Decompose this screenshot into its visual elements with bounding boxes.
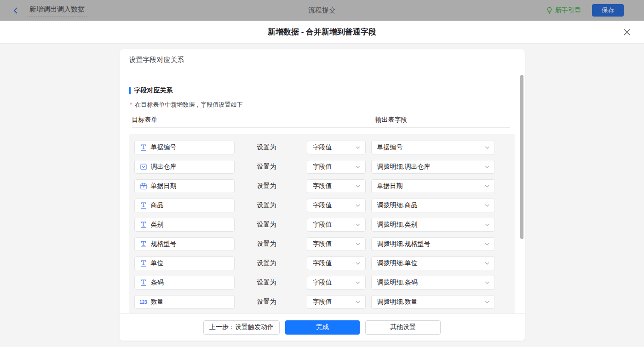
value-type-dropdown[interactable]: 字段值 xyxy=(307,179,366,193)
column-target-form: 目标表单 xyxy=(132,116,158,124)
close-button[interactable] xyxy=(621,27,632,38)
value-type-dropdown[interactable]: 字段值 xyxy=(307,237,366,251)
source-field-dropdown[interactable]: 调拨明细.规格型号 xyxy=(371,237,495,251)
text-field-icon xyxy=(139,240,148,248)
target-field-box: 7 单据日期 xyxy=(134,179,235,193)
source-field-dropdown[interactable]: 调拨明细.单位 xyxy=(371,256,495,270)
source-field-dropdown[interactable]: 单据日期 xyxy=(371,179,495,193)
back-arrow-icon xyxy=(12,7,19,14)
target-field-label: 条码 xyxy=(151,279,164,287)
mapping-row: 7 单据日期 设置为 字段值 单据日期 xyxy=(134,179,510,193)
flow-name[interactable]: 新增调出调入数据 xyxy=(27,4,87,17)
chevron-down-icon xyxy=(355,241,361,247)
done-button[interactable]: 完成 xyxy=(285,320,360,335)
chevron-down-icon xyxy=(484,145,490,150)
value-type-value: 字段值 xyxy=(313,163,355,171)
chevron-down-icon xyxy=(484,241,490,247)
value-type-value: 字段值 xyxy=(313,240,355,248)
back-button[interactable] xyxy=(12,7,19,14)
target-field-box: 条码 xyxy=(134,276,235,290)
source-field-value: 调拨明细.调出仓库 xyxy=(377,163,484,171)
previous-step-button[interactable]: 上一步：设置触发动作 xyxy=(203,320,280,335)
beginner-guide-link[interactable]: 新手引导 xyxy=(546,6,581,15)
panel-scroll-area[interactable]: 字段对应关系 *在目标表单中新增数据，字段值设置如下 目标表单 输出表字段 xyxy=(120,71,525,313)
chevron-down-icon xyxy=(484,164,490,170)
mapping-row: 123 数量 设置为 字段值 调拨明细.数量 xyxy=(134,295,510,309)
source-field-value: 调拨明细.单位 xyxy=(377,259,484,267)
close-icon xyxy=(623,28,631,36)
target-field-label: 单据编号 xyxy=(151,143,177,152)
target-field-box: 123 数量 xyxy=(134,295,235,309)
source-field-value: 调拨明细.规格型号 xyxy=(377,240,484,248)
chevron-down-icon xyxy=(355,164,361,170)
section-accent-bar xyxy=(129,87,131,94)
required-asterisk: * xyxy=(130,102,132,108)
text-field-icon xyxy=(139,260,148,267)
modal-title: 新增数据 - 合并新增到普通字段 xyxy=(268,27,376,37)
chevron-down-icon xyxy=(355,222,361,228)
value-type-value: 字段值 xyxy=(313,298,355,306)
set-to-label: 设置为 xyxy=(257,259,307,267)
other-settings-button[interactable]: 其他设置 xyxy=(365,320,441,335)
chevron-down-icon xyxy=(484,183,490,189)
target-field-label: 商品 xyxy=(151,201,164,210)
value-type-value: 字段值 xyxy=(313,182,355,190)
section-title: 字段对应关系 xyxy=(134,86,173,95)
chevron-down-icon xyxy=(355,145,361,150)
chevron-down-icon xyxy=(355,261,361,266)
set-to-label: 设置为 xyxy=(257,279,307,287)
source-field-value: 调拨明细.商品 xyxy=(377,201,484,210)
value-type-dropdown[interactable]: 字段值 xyxy=(307,276,366,290)
value-type-dropdown[interactable]: 字段值 xyxy=(307,160,366,174)
mapping-row: 单位 设置为 字段值 调拨明细.单位 xyxy=(134,256,510,270)
chevron-down-icon xyxy=(484,203,490,208)
value-type-dropdown[interactable]: 字段值 xyxy=(307,141,366,154)
set-to-label: 设置为 xyxy=(257,163,307,171)
chevron-down-icon xyxy=(484,280,490,285)
column-output-field: 输出表字段 xyxy=(375,116,408,124)
mapping-row: 单据编号 设置为 字段值 单据编号 xyxy=(134,141,510,154)
target-field-box: 单位 xyxy=(134,256,235,270)
value-type-dropdown[interactable]: 字段值 xyxy=(307,218,366,232)
target-field-box: 类别 xyxy=(134,218,235,232)
value-type-value: 字段值 xyxy=(313,221,355,229)
lightbulb-icon xyxy=(546,7,553,14)
panel-footer: 上一步：设置触发动作 完成 其他设置 xyxy=(120,313,525,341)
target-field-box: 规格型号 xyxy=(134,237,235,251)
value-type-dropdown[interactable]: 字段值 xyxy=(307,295,366,309)
app-header: 新增调出调入数据 流程提交 新手引导 保存 xyxy=(0,0,644,21)
required-note: *在目标表单中新增数据，字段值设置如下 xyxy=(129,101,515,109)
guide-label: 新手引导 xyxy=(555,6,581,15)
select-field-icon xyxy=(139,163,148,171)
chevron-down-icon xyxy=(355,299,361,305)
target-field-box: 调出仓库 xyxy=(134,160,235,174)
mapping-row: 规格型号 设置为 字段值 调拨明细.规格型号 xyxy=(134,237,510,251)
target-field-box: 商品 xyxy=(134,199,235,212)
source-field-value: 调拨明细.数量 xyxy=(377,298,484,306)
number-field-icon: 123 xyxy=(139,300,148,305)
field-mapping-panel: 设置字段对应关系 字段对应关系 *在目标表单中新增数据，字段值设置如下 目标表单… xyxy=(120,49,525,341)
chevron-down-icon xyxy=(355,183,361,189)
source-field-dropdown[interactable]: 调拨明细.数量 xyxy=(371,295,495,309)
target-field-label: 单据日期 xyxy=(151,182,177,190)
save-button[interactable]: 保存 xyxy=(592,4,624,17)
value-type-dropdown[interactable]: 字段值 xyxy=(307,256,366,270)
scrollbar-thumb[interactable] xyxy=(520,75,523,239)
source-field-dropdown[interactable]: 调拨明细.调出仓库 xyxy=(371,160,495,174)
source-field-value: 调拨明细.条码 xyxy=(377,279,484,287)
panel-title: 设置字段对应关系 xyxy=(120,49,525,71)
mapping-row: 类别 设置为 字段值 调拨明细.类别 xyxy=(134,218,510,232)
set-to-label: 设置为 xyxy=(257,201,307,210)
source-field-dropdown[interactable]: 调拨明细.商品 xyxy=(371,199,495,212)
column-headers: 目标表单 输出表字段 xyxy=(129,116,515,124)
source-field-dropdown[interactable]: 调拨明细.类别 xyxy=(371,218,495,232)
chevron-down-icon xyxy=(355,203,361,208)
source-field-value: 调拨明细.类别 xyxy=(377,221,484,229)
text-field-icon xyxy=(139,144,148,151)
header-divider xyxy=(132,127,510,128)
source-field-dropdown[interactable]: 单据编号 xyxy=(371,141,495,154)
source-field-dropdown[interactable]: 调拨明细.条码 xyxy=(371,276,495,290)
value-type-dropdown[interactable]: 字段值 xyxy=(307,199,366,212)
set-to-label: 设置为 xyxy=(257,240,307,248)
target-field-label: 单位 xyxy=(151,259,164,267)
